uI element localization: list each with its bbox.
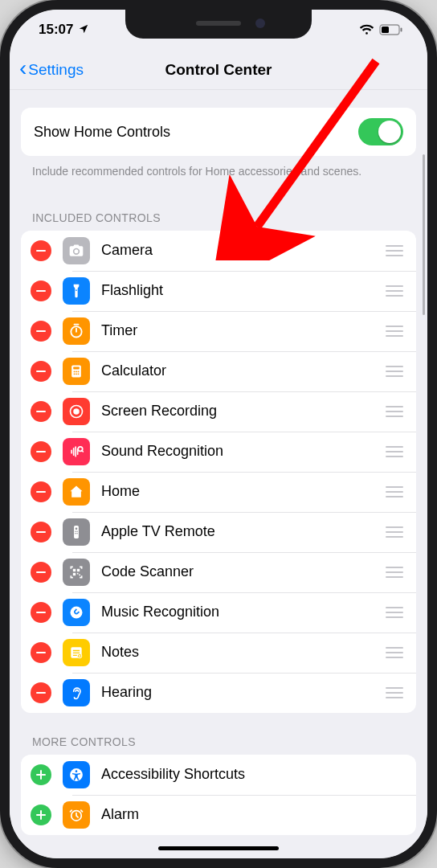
included-row-calculator[interactable]: Calculator <box>21 351 416 391</box>
content-scroll[interactable]: Show Home Controls Include recommended c… <box>10 90 427 858</box>
calculator-icon <box>63 358 90 385</box>
remove-button[interactable] <box>31 682 51 703</box>
included-row-musicrec[interactable]: Music Recognition <box>21 592 416 633</box>
chevron-left-icon: ‹ <box>19 57 27 80</box>
svg-point-13 <box>73 408 80 415</box>
musicrec-icon <box>63 599 90 626</box>
remove-button[interactable] <box>31 522 51 542</box>
row-label: Home <box>101 483 374 500</box>
svg-rect-30 <box>79 574 80 575</box>
show-home-controls-row[interactable]: Show Home Controls <box>21 108 416 156</box>
scroll-indicator[interactable] <box>423 154 425 315</box>
drag-handle[interactable] <box>386 526 403 538</box>
volume-up-button <box>0 188 2 244</box>
location-icon <box>78 23 89 37</box>
svg-point-7 <box>76 371 77 372</box>
row-label: Code Scanner <box>101 563 374 580</box>
svg-point-22 <box>75 530 76 532</box>
drag-handle[interactable] <box>386 366 403 377</box>
remove-button[interactable] <box>31 642 51 663</box>
drag-handle[interactable] <box>386 326 403 337</box>
row-label: Timer <box>101 322 374 339</box>
svg-point-24 <box>75 533 76 534</box>
remove-button[interactable] <box>31 240 51 261</box>
svg-rect-29 <box>77 573 79 575</box>
svg-point-8 <box>78 371 80 372</box>
remove-button[interactable] <box>31 321 51 342</box>
drag-handle[interactable] <box>386 567 403 578</box>
drag-handle[interactable] <box>386 647 403 658</box>
svg-rect-1 <box>382 27 389 33</box>
included-row-hearing[interactable]: Hearing <box>21 673 416 713</box>
included-controls-list: CameraFlashlightTimerCalculatorScreen Re… <box>21 231 416 713</box>
more-controls-list: Accessibility ShortcutsAlarm <box>21 755 416 835</box>
row-label: Camera <box>101 242 374 259</box>
add-button[interactable] <box>31 805 51 825</box>
svg-point-21 <box>76 527 78 530</box>
back-button[interactable]: ‹ Settings <box>19 59 84 80</box>
hearing-icon <box>63 679 90 706</box>
home-indicator[interactable] <box>158 846 279 850</box>
included-row-screenrec[interactable]: Screen Recording <box>21 391 416 432</box>
row-label: Calculator <box>101 362 374 379</box>
drag-handle[interactable] <box>386 406 403 417</box>
row-label: Alarm <box>101 806 403 823</box>
svg-point-10 <box>76 373 77 375</box>
svg-point-6 <box>74 371 76 372</box>
remove-button[interactable] <box>31 562 51 583</box>
show-home-controls-footer: Include recommended controls for Home ac… <box>32 164 405 179</box>
svg-point-38 <box>76 770 78 772</box>
codescan-icon <box>63 559 90 586</box>
included-row-appletv[interactable]: Apple TV Remote <box>21 512 416 552</box>
show-home-controls-toggle[interactable] <box>358 118 403 145</box>
included-row-soundrec[interactable]: Sound Recognition <box>21 432 416 472</box>
row-label: Music Recognition <box>101 604 374 620</box>
drag-handle[interactable] <box>386 446 403 457</box>
row-label: Notes <box>101 644 374 661</box>
included-row-timer[interactable]: Timer <box>21 311 416 351</box>
add-button[interactable] <box>31 764 51 785</box>
navigation-bar: ‹ Settings Control Center <box>10 50 427 90</box>
svg-point-9 <box>74 373 76 375</box>
included-row-flashlight[interactable]: Flashlight <box>21 271 416 311</box>
included-controls-header: INCLUDED CONTROLS <box>32 211 405 224</box>
soundrec-icon <box>63 438 90 465</box>
volume-down-button <box>0 256 2 312</box>
included-row-camera[interactable]: Camera <box>21 231 416 271</box>
svg-rect-2 <box>401 28 402 32</box>
svg-rect-20 <box>74 526 79 538</box>
more-row-accessibility[interactable]: Accessibility Shortcuts <box>21 755 416 795</box>
drag-handle[interactable] <box>386 245 403 256</box>
remove-button[interactable] <box>31 481 51 502</box>
remove-button[interactable] <box>31 361 51 382</box>
svg-point-31 <box>71 606 83 618</box>
battery-icon <box>379 24 403 35</box>
svg-point-25 <box>76 533 78 534</box>
row-label: Hearing <box>101 684 374 701</box>
remove-button[interactable] <box>31 602 51 623</box>
flashlight-icon <box>63 277 90 305</box>
included-row-codescan[interactable]: Code Scanner <box>21 552 416 592</box>
drag-handle[interactable] <box>386 607 403 618</box>
svg-point-11 <box>78 373 80 375</box>
drag-handle[interactable] <box>386 687 403 698</box>
more-row-alarm[interactable]: Alarm <box>21 795 416 835</box>
remove-button[interactable] <box>31 441 51 462</box>
more-controls-header: MORE CONTROLS <box>32 735 405 748</box>
remove-button[interactable] <box>31 280 51 301</box>
status-time: 15:07 <box>39 22 73 38</box>
appletv-icon <box>63 518 90 546</box>
included-row-home[interactable]: Home <box>21 472 416 512</box>
row-label: Accessibility Shortcuts <box>101 766 403 783</box>
iphone-frame: 15:07 <box>0 0 437 868</box>
svg-line-19 <box>82 450 84 452</box>
drag-handle[interactable] <box>386 486 403 497</box>
remove-button[interactable] <box>31 401 51 422</box>
drag-handle[interactable] <box>386 285 403 297</box>
home-icon <box>63 478 90 506</box>
row-label: Apple TV Remote <box>101 523 374 540</box>
accessibility-icon <box>63 761 90 788</box>
included-row-notes[interactable]: Notes <box>21 633 416 673</box>
svg-rect-28 <box>73 573 76 575</box>
row-label: Sound Recognition <box>101 443 374 460</box>
